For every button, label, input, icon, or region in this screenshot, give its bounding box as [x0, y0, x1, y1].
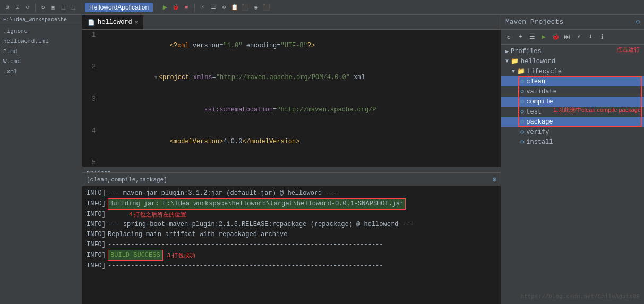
compile-label: compile [526, 98, 553, 106]
clean-gear-icon: ⚙ [520, 77, 524, 85]
console-line-3: INFO] 4.打包之后所在的位置 [87, 210, 496, 220]
code-lines: 1 <?xml version="1.0" encoding="UTF-8"?>… [82, 30, 501, 167]
test-label: test [526, 108, 542, 116]
tree-item-validate[interactable]: ⚙ validate [501, 86, 644, 97]
toolbar-icons-left: ⊞ ⊡ ⚙ ↻ ▣ ⬚ ⬚ [3, 3, 83, 12]
install-gear-icon: ⚙ [520, 138, 524, 146]
tree-item-compile[interactable]: ⚙ compile [501, 97, 644, 107]
clean-label: clean [526, 78, 545, 85]
info-tag-2: INFO] [87, 199, 106, 209]
toolbar-icon-12[interactable]: ⬛ [241, 3, 250, 12]
tree-item-verify[interactable]: ⚙ verify [501, 127, 644, 137]
annotation-success: 3.打包成功 [167, 250, 195, 260]
toolbar-icon-14[interactable]: ⬛ [262, 3, 271, 12]
maven-info-icon[interactable]: ℹ [597, 32, 607, 42]
editor-tab-helloword[interactable]: 📄 helloword ✕ [82, 15, 143, 29]
tab-close-icon[interactable]: ✕ [135, 19, 138, 25]
toolbar-icon-13[interactable]: ◉ [252, 3, 260, 12]
line-num-5: 5 [82, 158, 101, 167]
maven-list-icon[interactable]: ☰ [527, 32, 537, 42]
maven-run-icon[interactable]: ▶ [538, 32, 549, 42]
sidebar-item-iml[interactable]: helloword.iml [0, 37, 82, 46]
console-text-4: --- spring-boot-maven-plugin:2.1.5.RELEA… [108, 220, 414, 230]
maven-settings-icon[interactable]: ⚙ [636, 18, 640, 26]
stop-button[interactable]: ■ [182, 3, 191, 12]
console-line-1: INFO] --- maven-jar-plugin:3.1.2:jar (de… [87, 188, 496, 198]
code-area: 1 <?xml version="1.0" encoding="UTF-8"?>… [82, 30, 501, 178]
console-text-6: ----------------------------------------… [108, 240, 383, 250]
watermark: https://blog.csdn.net/SmileAgain08 [521, 293, 640, 300]
line-content-2: ▼<project xmlns="http://maven.apache.org… [101, 62, 501, 94]
toolbar-sep-4 [194, 3, 195, 12]
console-build-success: BUILD SUCCESS [108, 250, 163, 261]
info-tag-5: INFO] [87, 230, 106, 240]
sidebar-item-ignore[interactable]: .ignore [0, 27, 82, 36]
console-line-5: INFO] Replacing main artifact with repac… [87, 230, 496, 240]
install-label: install [526, 138, 553, 146]
console-line-8: INFO] ----------------------------------… [87, 261, 496, 271]
maven-debug-run-icon[interactable]: 🐞 [550, 32, 561, 42]
toolbar-sep-1 [35, 3, 36, 12]
sidebar-item-xml[interactable]: .xml [0, 67, 82, 76]
toolbar-icon-4[interactable]: ↻ [39, 3, 47, 12]
maven-toggle-icon[interactable]: ⚡ [573, 32, 584, 42]
toolbar-icon-6[interactable]: ⬚ [59, 3, 67, 12]
left-sidebar: E:\Idea_workspace\he .ignore helloword.i… [0, 15, 82, 304]
line-num-3: 3 [82, 94, 101, 105]
code-line-1: 1 <?xml version="1.0" encoding="UTF-8"?> [82, 30, 501, 62]
lifecycle-label: Lifecycle [527, 68, 562, 75]
run-button[interactable]: ▶ [161, 3, 169, 12]
sidebar-item-wcmd[interactable]: W.cmd [0, 57, 82, 66]
console-text-5: Replacing main artifact with repackaged … [108, 230, 287, 240]
code-line-5: 5 ▶<parent> [82, 158, 501, 167]
maven-add-icon[interactable]: + [515, 32, 526, 42]
maven-download-icon[interactable]: ⬇ [585, 32, 596, 42]
maven-skip-icon[interactable]: ⏭ [562, 32, 572, 42]
toolbar-icon-8[interactable]: ⚡ [199, 3, 207, 12]
app-title-button[interactable]: HellowordApplication [85, 3, 153, 12]
toolbar-sep-2 [81, 3, 81, 12]
verify-label: verify [526, 128, 549, 136]
info-tag-4: INFO] [87, 220, 106, 230]
info-tag-3: INFO] [87, 210, 106, 220]
toolbar-icon-7[interactable]: ⬚ [69, 3, 78, 12]
compile-gear-icon: ⚙ [520, 98, 524, 106]
toolbar-icon-10[interactable]: ⚙ [220, 3, 228, 12]
tree-item-lifecycle[interactable]: ▼ 📁 Lifecycle [501, 66, 644, 76]
tree-item-install[interactable]: ⚙ install [501, 137, 644, 147]
code-line-3: 3 xsi:schemaLocation="http://maven.apach… [82, 94, 501, 126]
console-settings-icon[interactable]: ⚙ [493, 176, 496, 184]
toolbar-icon-2[interactable]: ⊡ [13, 3, 22, 12]
helloword-folder-icon: 📁 [511, 57, 519, 65]
toolbar-icon-9[interactable]: ☰ [209, 3, 218, 12]
validate-gear-icon: ⚙ [520, 88, 524, 95]
line-content-1: <?xml version="1.0" encoding="UTF-8"?> [101, 30, 501, 62]
editor-tab-label: helloword [98, 19, 132, 26]
profiles-label: Profiles [511, 48, 542, 55]
code-line-4: 4 <modelVersion>4.0.0</modelVersion> [82, 126, 501, 158]
tree-item-clean[interactable]: ⚙ clean [501, 76, 644, 86]
line-content-5: ▶<parent> [101, 158, 501, 167]
console-line-6: INFO] ----------------------------------… [87, 240, 496, 250]
annotation-run: 点击运行 [616, 46, 640, 54]
toolbar-icon-11[interactable]: 📋 [230, 3, 239, 12]
toolbar-icon-3[interactable]: ⚙ [23, 3, 32, 12]
lifecycle-items-wrapper: ⚙ clean ⚙ validate ⚙ compile [501, 76, 644, 127]
toolbar-icon-1[interactable]: ⊞ [3, 3, 12, 12]
annotation-lifecycle-select: 1.以此选中clean compile package [553, 106, 641, 114]
console-title: [clean,compile,package] [87, 177, 167, 183]
maven-refresh-icon[interactable]: ↻ [503, 32, 514, 42]
top-toolbar: ⊞ ⊡ ⚙ ↻ ▣ ⬚ ⬚ HellowordApplication ▶ 🐞 ■… [0, 0, 644, 15]
line-num-2: 2 [82, 62, 101, 72]
package-gear-icon: ⚙ [520, 118, 524, 126]
toolbar-icon-5[interactable]: ▣ [49, 3, 57, 12]
sidebar-file-path: E:\Idea_workspace\he [0, 15, 82, 25]
tree-item-package[interactable]: ⚙ package [501, 117, 644, 127]
sidebar-item-pmd[interactable]: P.md [0, 47, 82, 56]
right-maven-panel: Maven Projects ⚙ ↻ + ☰ ▶ 🐞 ⏭ ⚡ ⬇ ℹ 点击运行 [501, 15, 644, 304]
debug-button[interactable]: 🐞 [171, 3, 180, 12]
test-gear-icon: ⚙ [520, 108, 524, 116]
maven-header: Maven Projects ⚙ [501, 15, 644, 30]
tree-item-helloword[interactable]: ▼ 📁 helloword [501, 56, 644, 66]
helloword-label: helloword [521, 58, 555, 65]
